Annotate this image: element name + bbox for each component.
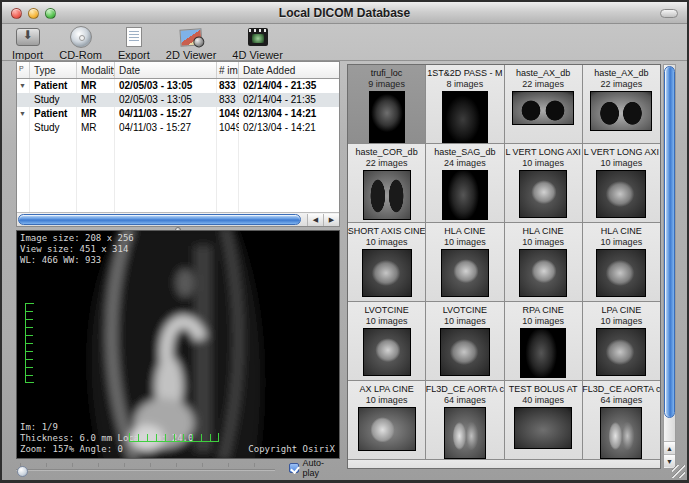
autoplay-label: Auto-play — [303, 458, 340, 478]
scrollbar-thumb[interactable] — [18, 214, 301, 225]
study-table: P Type Modality Date # im Date Added ▼ P… — [16, 61, 340, 227]
table-row[interactable]: Study MR 04/11/03 - 15:27 1049 02/13/04 … — [17, 121, 339, 135]
slider-track[interactable] — [16, 469, 275, 471]
series-cell[interactable]: haste_SAG_db 24 images — [426, 144, 503, 222]
autoplay-checkbox[interactable] — [289, 463, 299, 473]
series-cell[interactable]: haste_AX_db 22 images — [505, 65, 582, 143]
autoplay-control[interactable]: Auto-play — [289, 458, 340, 478]
import-icon — [15, 26, 41, 48]
series-thumbnail — [596, 249, 646, 297]
series-cell[interactable]: FL3D_CE AORTA c 64 images — [583, 381, 660, 459]
cdrom-button[interactable]: CD-Rom — [59, 26, 102, 61]
series-cell[interactable]: FL3D_CE AORTA c 64 images — [426, 381, 503, 459]
col-p[interactable]: P — [17, 62, 30, 78]
disclosure-triangle-icon[interactable]: ▼ — [17, 79, 30, 93]
export-button[interactable]: Export — [118, 26, 150, 61]
series-thumbnail — [442, 91, 488, 143]
series-cell[interactable]: trufi_loc 9 images — [348, 65, 425, 143]
local-dicom-database-window: Local DICOM Database Import CD-Rom Expor… — [0, 0, 689, 483]
import-button[interactable]: Import — [12, 26, 43, 61]
toolbar: Import CD-Rom Export 2D Viewer 4D Viewer — [2, 24, 687, 60]
cdrom-icon — [68, 26, 94, 48]
4d-viewer-button[interactable]: 4D Viewer — [232, 26, 283, 61]
series-thumbnail — [358, 407, 416, 451]
vertical-scale-ruler — [25, 303, 33, 383]
scroll-up-arrow-icon[interactable]: ▲ — [664, 441, 675, 454]
series-thumbnail — [444, 407, 486, 459]
toolbar-toggle-pill[interactable] — [660, 9, 678, 18]
series-cell[interactable]: HLA CINE 10 images — [426, 223, 503, 301]
series-vertical-scrollbar[interactable]: ▲ ▼ — [663, 64, 676, 469]
series-thumbnail — [442, 170, 488, 220]
slider-thumb[interactable] — [17, 466, 28, 477]
horizontal-scale-ruler — [129, 434, 219, 442]
series-thumbnail — [519, 249, 567, 297]
series-cell[interactable]: L VERT LONG AXI 10 images — [505, 144, 582, 222]
series-cell[interactable]: haste_COR_db 22 images — [348, 144, 425, 222]
col-type[interactable]: Type — [30, 62, 77, 78]
series-cell[interactable]: HLA CINE 10 images — [505, 223, 582, 301]
table-row[interactable]: ▼ Patient MR 02/05/03 - 13:05 833 02/14/… — [17, 79, 339, 93]
2d-viewer-button[interactable]: 2D Viewer — [166, 26, 217, 61]
2d-viewer-icon — [178, 26, 204, 48]
series-thumbnail — [519, 170, 567, 218]
playback-row: Auto-play — [16, 460, 340, 476]
grid-filler-row — [348, 460, 660, 469]
table-header[interactable]: P Type Modality Date # im Date Added — [17, 62, 339, 79]
series-thumbnail — [363, 170, 411, 220]
table-row[interactable]: Study MR 02/05/03 - 13:05 833 02/14/04 -… — [17, 93, 339, 107]
series-cell[interactable]: haste_AX_db 22 images — [583, 65, 660, 143]
series-thumbnail — [514, 407, 572, 449]
window-resize-grip[interactable] — [672, 465, 685, 478]
table-horizontal-scrollbar[interactable]: ◀ ▶ — [17, 212, 339, 226]
series-cell[interactable]: LPA CINE 10 images — [583, 302, 660, 380]
series-thumbnail — [520, 328, 566, 378]
table-body: ▼ Patient MR 02/05/03 - 13:05 833 02/14/… — [17, 79, 339, 212]
series-thumbnail — [441, 249, 489, 297]
4d-viewer-icon — [245, 26, 271, 48]
series-thumbnail — [362, 249, 412, 297]
viewer-overlay-top: Image size: 208 x 256 View size: 451 x 3… — [20, 233, 134, 266]
series-thumbnail — [512, 91, 574, 125]
scroll-right-arrow-icon[interactable]: ▶ — [323, 214, 339, 226]
series-cell[interactable]: RPA CINE 10 images — [505, 302, 582, 380]
series-matrix: trufi_loc 9 images 1ST&2D PASS - M 8 ima… — [347, 64, 661, 469]
table-row[interactable]: ▼ Patient MR 04/11/03 - 15:27 1049 02/13… — [17, 107, 339, 121]
series-cell[interactable]: 1ST&2D PASS - M 8 images — [426, 65, 503, 143]
window-title: Local DICOM Database — [2, 6, 687, 20]
titlebar[interactable]: Local DICOM Database — [2, 2, 687, 24]
series-cell[interactable]: AX LPA CINE 10 images — [348, 381, 425, 459]
series-thumbnail — [590, 91, 652, 131]
series-cell[interactable]: TEST BOLUS AT 40 images — [505, 381, 582, 459]
col-modality[interactable]: Modality — [77, 62, 115, 78]
disclosure-triangle-icon[interactable]: ▼ — [17, 107, 30, 121]
series-cell[interactable]: LVOTCINE 10 images — [348, 302, 425, 380]
preview-viewer[interactable]: Image size: 208 x 256 View size: 451 x 3… — [16, 230, 340, 459]
series-thumbnail — [440, 328, 490, 376]
series-thumbnail — [596, 328, 646, 376]
series-cell[interactable]: L VERT LONG AXI 10 images — [583, 144, 660, 222]
scrollbar-thumb[interactable] — [664, 66, 675, 418]
scroll-left-arrow-icon[interactable]: ◀ — [307, 214, 323, 226]
series-thumbnail — [596, 170, 646, 218]
export-icon — [121, 26, 147, 48]
slider-ticks — [20, 463, 271, 467]
col-im[interactable]: # im — [217, 62, 239, 78]
series-thumbnail — [369, 91, 405, 143]
series-cell[interactable]: SHORT AXIS CINE 10 images — [348, 223, 425, 301]
col-date-added[interactable]: Date Added — [239, 62, 339, 78]
frame-slider[interactable] — [16, 461, 275, 475]
series-cell[interactable]: HLA CINE 10 images — [583, 223, 660, 301]
copyright-label: Copyright OsiriX — [248, 444, 335, 455]
series-thumbnail — [363, 328, 411, 376]
series-thumbnail — [600, 407, 642, 459]
col-date[interactable]: Date — [115, 62, 217, 78]
series-cell[interactable]: LVOTCINE 10 images — [426, 302, 503, 380]
